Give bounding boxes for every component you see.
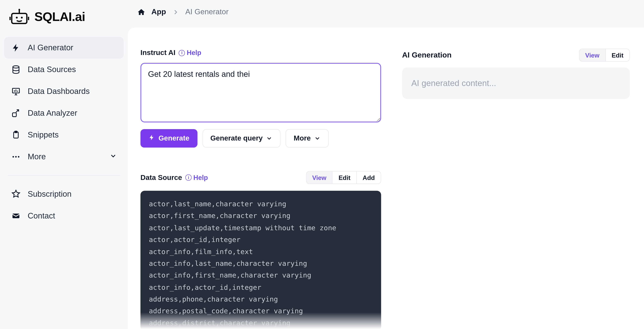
datasource-help[interactable]: i Help xyxy=(186,174,208,181)
content: Instruct AI i Help Generate xyxy=(128,28,644,329)
brand-name: SQLAI.ai xyxy=(34,10,85,24)
sidebar-nav: AI Generator Data Sources xyxy=(4,34,124,227)
sidebar-item-data-analyzer[interactable]: Data Analyzer xyxy=(4,102,124,124)
generation-column: AI Generation View Edit AI generated con… xyxy=(402,49,632,329)
button-label: Generate query xyxy=(210,134,263,142)
svg-rect-11 xyxy=(15,131,17,133)
more-button[interactable]: More xyxy=(286,129,329,148)
instruct-label: Instruct AI xyxy=(140,49,176,57)
svg-point-13 xyxy=(15,156,16,158)
breadcrumb-root[interactable]: App xyxy=(152,8,166,16)
dots-icon xyxy=(11,152,21,162)
help-text: Help xyxy=(187,49,202,57)
star-icon xyxy=(11,189,21,199)
sidebar-item-label: AI Generator xyxy=(28,43,73,52)
generation-title: AI Generation xyxy=(402,51,452,60)
svg-point-1 xyxy=(16,17,18,18)
button-label: Generate xyxy=(158,134,189,142)
generation-output: AI generated content... xyxy=(402,68,630,99)
chevron-down-icon xyxy=(314,135,321,142)
chevron-down-icon xyxy=(266,135,273,142)
sidebar-item-label: Snippets xyxy=(28,130,59,140)
sidebar-item-label: More xyxy=(28,152,46,162)
sidebar-item-ai-generator[interactable]: AI Generator xyxy=(4,37,124,59)
help-text: Help xyxy=(193,174,208,181)
clipboard-icon xyxy=(11,130,21,140)
instruct-help[interactable]: i Help xyxy=(179,49,201,57)
sidebar-item-label: Subscription xyxy=(28,190,72,199)
sidebar-item-contact[interactable]: Contact xyxy=(4,205,124,227)
breadcrumb-current: AI Generator xyxy=(185,8,228,16)
datasource-label: Data Source xyxy=(140,174,182,182)
generation-tab-view[interactable]: View xyxy=(579,49,605,61)
sidebar-item-data-dashboards[interactable]: Data Dashboards xyxy=(4,80,124,102)
datasource-tab-add[interactable]: Add xyxy=(356,172,381,184)
instruct-column: Instruct AI i Help Generate xyxy=(140,49,381,329)
sidebar-item-label: Data Analyzer xyxy=(28,109,77,118)
sidebar-item-label: Data Sources xyxy=(28,65,76,74)
sidebar-item-data-sources[interactable]: Data Sources xyxy=(4,59,124,80)
svg-point-14 xyxy=(18,156,19,158)
button-label: More xyxy=(294,134,311,142)
bolt-icon xyxy=(148,134,155,143)
datasource-label-row: Data Source i Help xyxy=(140,174,208,182)
sidebar-item-subscription[interactable]: Subscription xyxy=(4,183,124,205)
svg-point-12 xyxy=(12,156,14,158)
datasource-tabs: View Edit Add xyxy=(306,171,381,184)
bolt-icon xyxy=(11,43,21,53)
chevron-down-icon xyxy=(110,152,117,162)
instruct-label-row: Instruct AI i Help xyxy=(140,49,381,57)
svg-point-2 xyxy=(21,17,23,18)
instruct-buttons: Generate Generate query More xyxy=(140,129,381,148)
brand-robot-icon xyxy=(9,8,29,25)
breadcrumb: App AI Generator xyxy=(128,0,644,23)
home-icon[interactable] xyxy=(137,8,146,16)
datasource-tab-view[interactable]: View xyxy=(306,172,332,184)
generation-header: AI Generation View Edit xyxy=(402,49,630,62)
generation-tabs: View Edit xyxy=(579,49,630,62)
datasource-schema[interactable]: actor,last_name,character varying actor,… xyxy=(140,191,381,329)
info-icon: i xyxy=(179,50,185,56)
svg-rect-9 xyxy=(12,113,16,117)
database-icon xyxy=(11,64,21,74)
datasource-header: Data Source i Help View Edit Add xyxy=(140,171,381,184)
sidebar-item-label: Contact xyxy=(28,211,55,220)
analyze-icon xyxy=(11,108,21,118)
sidebar: SQLAI.ai AI Generator Data Sources xyxy=(0,0,128,329)
generation-tab-edit[interactable]: Edit xyxy=(605,49,629,61)
generate-button[interactable]: Generate xyxy=(140,129,198,148)
brand[interactable]: SQLAI.ai xyxy=(4,6,124,34)
svg-point-7 xyxy=(13,66,19,68)
presentation-icon xyxy=(11,86,21,96)
info-icon: i xyxy=(186,174,192,181)
instruct-input[interactable] xyxy=(140,63,381,122)
svg-point-4 xyxy=(18,9,20,10)
sidebar-item-more[interactable]: More xyxy=(4,146,124,168)
sidebar-item-label: Data Dashboards xyxy=(28,87,90,96)
datasource-tab-edit[interactable]: Edit xyxy=(332,172,356,184)
generate-query-button[interactable]: Generate query xyxy=(202,129,281,148)
mail-icon xyxy=(11,211,21,221)
chevron-right-icon xyxy=(172,8,180,16)
sidebar-divider xyxy=(8,175,120,176)
sidebar-item-snippets[interactable]: Snippets xyxy=(4,124,124,146)
main: App AI Generator Instruct AI i Help xyxy=(128,0,644,329)
